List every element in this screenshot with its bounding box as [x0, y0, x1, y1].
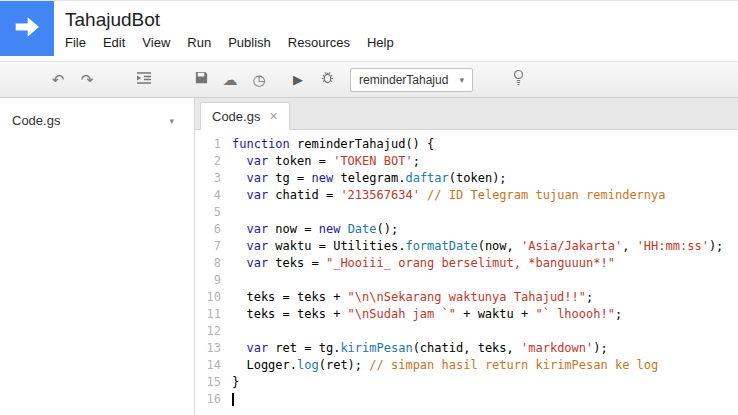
code-line: 8 var teks = "_Hooiii_ orang berselimut,…	[195, 255, 738, 272]
save-button[interactable]	[189, 68, 213, 92]
selected-function-label: reminderTahajud	[359, 73, 448, 87]
undo-button[interactable]: ↶	[46, 68, 70, 92]
menu-item-resources[interactable]: Resources	[288, 35, 350, 50]
header: TahajudBot FileEditViewRunPublishResourc…	[0, 1, 738, 61]
run-icon: ▶	[293, 73, 303, 86]
code-line: 14 Logger.log(ret); // simpan hasil retu…	[195, 357, 738, 374]
line-number: 3	[195, 170, 232, 187]
code-line: 6 var now = new Date();	[195, 221, 738, 238]
menu-item-run[interactable]: Run	[187, 35, 211, 50]
code-text: var teks = "_Hooiii_ orang berselimut, *…	[232, 255, 615, 272]
code-line: 10 teks = teks + "\n\nSekarang waktunya …	[195, 289, 738, 306]
line-number: 15	[195, 374, 232, 391]
code-line: 4 var chatid = '213567634' // ID Telegra…	[195, 187, 738, 204]
execution-history-button[interactable]: ◷	[247, 68, 271, 92]
code-text: var ret = tg.kirimPesan(chatid, teks, 'm…	[232, 340, 608, 357]
undo-icon: ↶	[52, 72, 65, 87]
text-cursor	[232, 393, 234, 406]
line-number: 9	[195, 272, 232, 289]
apps-script-logo	[0, 1, 54, 56]
project-title: TahajudBot	[65, 8, 411, 31]
arrow-right-icon	[11, 11, 43, 47]
code-line: 7 var waktu = Utilities.formatDate(now, …	[195, 238, 738, 255]
redo-button[interactable]: ↷	[75, 68, 99, 92]
code-line: 16	[195, 391, 738, 408]
file-name-label: Code.gs	[12, 113, 60, 128]
indent-button[interactable]	[132, 68, 156, 92]
line-number: 10	[195, 289, 232, 306]
code-text: var waktu = Utilities.formatDate(now, 'A…	[232, 238, 723, 255]
line-number: 8	[195, 255, 232, 272]
history-icon: ◷	[252, 72, 265, 87]
code-editor[interactable]: 1function reminderTahajud() {2 var token…	[195, 130, 738, 415]
menu-item-view[interactable]: View	[142, 35, 170, 50]
code-text: var token = 'TOKEN BOT';	[232, 153, 420, 170]
line-number: 7	[195, 238, 232, 255]
function-select[interactable]: reminderTahajud ▾	[350, 68, 473, 92]
close-icon[interactable]: ×	[269, 109, 277, 123]
line-number: 14	[195, 357, 232, 374]
line-number: 4	[195, 187, 232, 204]
tab-bar: Code.gs ×	[195, 98, 738, 130]
code-text: Logger.log(ret); // simpan hasil return …	[232, 357, 658, 374]
menu-item-help[interactable]: Help	[367, 35, 394, 50]
code-text: var tg = new telegram.daftar(token);	[232, 170, 507, 187]
code-line: 12	[195, 323, 738, 340]
code-text: function reminderTahajud() {	[232, 136, 434, 153]
code-line: 15}	[195, 374, 738, 391]
lightbulb-button[interactable]	[507, 68, 531, 92]
code-text: var chatid = '213567634' // ID Telegram …	[232, 187, 666, 204]
line-number: 11	[195, 306, 232, 323]
sidebar-item-codegs[interactable]: Code.gs ▾	[0, 98, 194, 138]
menu-bar: FileEditViewRunPublishResourcesHelp	[65, 35, 411, 50]
code-line: 9	[195, 272, 738, 289]
cloud-icon: ☁	[223, 72, 238, 87]
line-number: 6	[195, 221, 232, 238]
code-line: 11 teks = teks + "\nSudah jam `" + waktu…	[195, 306, 738, 323]
run-button[interactable]: ▶	[286, 68, 310, 92]
main-area: Code.gs ▾ Code.gs × 1function reminderTa…	[0, 98, 738, 415]
save-icon	[194, 70, 209, 89]
lightbulb-icon	[512, 69, 525, 90]
debug-button[interactable]	[315, 68, 339, 92]
line-number: 5	[195, 204, 232, 221]
menu-item-file[interactable]: File	[65, 35, 86, 50]
code-text: teks = teks + "\nSudah jam `" + waktu + …	[232, 306, 622, 323]
line-number: 13	[195, 340, 232, 357]
code-line: 2 var token = 'TOKEN BOT';	[195, 153, 738, 170]
code-line: 5	[195, 204, 738, 221]
toolbar: ↶ ↷ ☁ ◷ ▶ reminderTahajud ▾	[0, 61, 738, 98]
code-text: var now = new Date();	[232, 221, 398, 238]
line-number: 1	[195, 136, 232, 153]
header-right: TahajudBot FileEditViewRunPublishResourc…	[54, 1, 411, 61]
apps-script-window: TahajudBot FileEditViewRunPublishResourc…	[0, 0, 738, 415]
line-number: 2	[195, 153, 232, 170]
menu-item-edit[interactable]: Edit	[103, 35, 125, 50]
code-line: 1function reminderTahajud() {	[195, 136, 738, 153]
menu-item-publish[interactable]: Publish	[228, 35, 271, 50]
code-text	[232, 391, 234, 408]
code-line: 13 var ret = tg.kirimPesan(chatid, teks,…	[195, 340, 738, 357]
indent-icon	[136, 71, 152, 89]
code-line: 3 var tg = new telegram.daftar(token);	[195, 170, 738, 187]
tab-label: Code.gs	[212, 109, 260, 124]
chevron-down-icon: ▾	[459, 75, 464, 85]
chevron-down-icon: ▾	[169, 116, 174, 126]
debug-bug-icon	[320, 70, 335, 89]
line-number: 12	[195, 323, 232, 340]
file-sidebar: Code.gs ▾	[0, 98, 195, 415]
editor-pane: Code.gs × 1function reminderTahajud() {2…	[195, 98, 738, 415]
cloud-upload-button[interactable]: ☁	[218, 68, 242, 92]
tab-codegs[interactable]: Code.gs ×	[200, 102, 290, 130]
code-text: teks = teks + "\n\nSekarang waktunya Tah…	[232, 289, 593, 306]
code-text: }	[232, 374, 239, 391]
line-number: 16	[195, 391, 232, 408]
redo-icon: ↷	[81, 72, 94, 87]
